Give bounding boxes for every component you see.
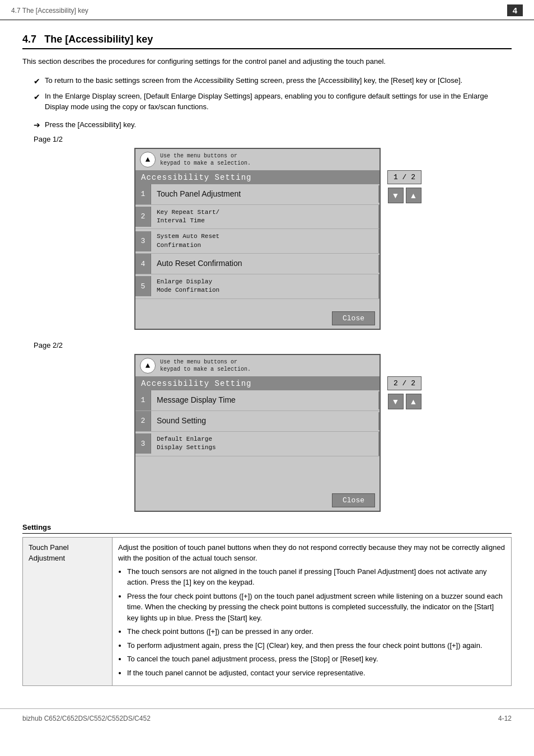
bullet-list: ✔ To return to the basic settings screen… (34, 75, 512, 113)
screen1-arrow-down[interactable]: ▼ (388, 188, 404, 203)
screen2-row3-num: 3 (135, 433, 151, 454)
settings-bullet-2: Press the four check point buttons ([+])… (127, 591, 505, 624)
screen1-wrapper: ▲ Use the menu buttons or keypad to make… (134, 148, 512, 330)
footer-model: bizhub C652/C652DS/C552/C552DS/C452 (22, 715, 151, 722)
settings-title: Settings (22, 523, 512, 534)
chapter-number: 4 (507, 4, 523, 16)
settings-section: Settings Touch Panel Adjustment Adjust t… (22, 523, 512, 687)
screen2-row3-label: Default EnlargeDisplay Settings (151, 432, 380, 456)
screen2-row2-label: Sound Setting (151, 412, 380, 430)
settings-bullet-5: To cancel the touch panel adjustment pro… (127, 654, 505, 665)
screen2-nav-arrows: ▼ ▲ (388, 394, 421, 409)
screen2-wrapper: ▲ Use the menu buttons or keypad to make… (134, 354, 512, 512)
screen1-title: Accessibility Setting (135, 171, 380, 184)
screen1-row2-label: Key Repeat Start/Interval Time (151, 205, 380, 229)
screen1-container: ▲ Use the menu buttons or keypad to make… (134, 148, 512, 330)
settings-bullet-3: The check point buttons ([+]) can be pre… (127, 626, 505, 637)
screen1-topbar: ▲ Use the menu buttons or keypad to make… (135, 149, 380, 171)
arrow-icon: ➔ (34, 120, 40, 129)
page-header: 4.7 The [Accessibility] key 4 (0, 0, 534, 20)
screen2-box: ▲ Use the menu buttons or keypad to make… (134, 354, 381, 512)
settings-table: Touch Panel Adjustment Adjust the positi… (22, 537, 512, 687)
settings-bullet-6: If the touch panel cannot be adjusted, c… (127, 668, 505, 679)
screen1-body: 1 Touch Panel Adjustment 2 Key Repeat St… (135, 184, 380, 329)
bullet-item-1: ✔ To return to the basic settings screen… (34, 75, 512, 87)
page-2-label: Page 2/2 (34, 341, 512, 349)
screen1-row3-num: 3 (135, 231, 151, 251)
screen2-hint: Use the menu buttons or keypad to make a… (160, 358, 251, 373)
settings-row-content: Adjust the position of touch panel butto… (113, 537, 512, 686)
settings-bullet-list: The touch sensors are not aligned in the… (127, 566, 505, 679)
arrow-instruction: ➔ Press the [Accessibility] key. (34, 120, 512, 129)
screen2-page-num: 2 / 2 (387, 376, 421, 390)
settings-row-label: Touch Panel Adjustment (23, 537, 113, 686)
screen2-row1-label: Message Display Time (151, 391, 380, 409)
screen1-box: ▲ Use the menu buttons or keypad to make… (134, 148, 381, 330)
screen1-hint: Use the menu buttons or keypad to make a… (160, 152, 251, 167)
arrow-instruction-text: Press the [Accessibility] key. (45, 120, 136, 129)
screen1-row4-label: Auto Reset Confirmation (151, 255, 380, 273)
screen2-row-2: 2 Sound Setting (135, 411, 380, 432)
screen1-nav-arrows: ▼ ▲ (388, 188, 421, 203)
screen1-row5-num: 5 (135, 276, 151, 296)
screen1-row-4: 4 Auto Reset Confirmation (135, 254, 380, 274)
section-number: 4.7 (22, 34, 36, 45)
checkmark-icon-2: ✔ (34, 91, 40, 103)
screen2-close-button[interactable]: Close (332, 493, 375, 507)
screen2-arrow-up[interactable]: ▲ (406, 394, 421, 409)
screen1-row-1: 1 Touch Panel Adjustment (135, 184, 380, 205)
screen1-icon: ▲ (140, 152, 156, 167)
screen2-row-1: 1 Message Display Time (135, 390, 380, 411)
screen1-row3-label: System Auto ResetConfirmation (151, 229, 380, 253)
section-title: 4.7 The [Accessibility] key (22, 31, 512, 49)
settings-bullet-1: The touch sensors are not aligned in the… (127, 566, 505, 588)
screen1-close-button[interactable]: Close (332, 311, 375, 325)
screen1-page-num: 1 / 2 (387, 170, 421, 184)
screen2-title: Accessibility Setting (135, 377, 380, 390)
screen2-topbar: ▲ Use the menu buttons or keypad to make… (135, 355, 380, 377)
bullet-text-2: In the Enlarge Display screen, [Default … (45, 91, 512, 113)
settings-row-touch-panel: Touch Panel Adjustment Adjust the positi… (23, 537, 512, 686)
screen2-close-bar: Close (135, 490, 380, 511)
page-1-label: Page 1/2 (34, 135, 512, 143)
header-section-label: 4.7 The [Accessibility] key (11, 7, 88, 15)
screen2-row-3: 3 Default EnlargeDisplay Settings (135, 432, 380, 456)
main-content: 4.7 The [Accessibility] key This section… (0, 20, 534, 697)
page-footer: bizhub C652/C652DS/C552/C552DS/C452 4-12 (0, 708, 534, 728)
screen1-arrow-up[interactable]: ▲ (406, 188, 421, 203)
screen1-close-bar: Close (135, 308, 380, 329)
bullet-text-1: To return to the basic settings screen f… (45, 75, 462, 86)
screen2-side: 2 / 2 ▼ ▲ (387, 354, 421, 409)
screen2-row1-num: 1 (135, 390, 151, 410)
intro-paragraph: This section describes the procedures fo… (22, 56, 512, 67)
screen1-row2-num: 2 (135, 207, 151, 227)
footer-page-num: 4-12 (498, 715, 512, 722)
screen2-row2-num: 2 (135, 411, 151, 431)
screen1-row-2: 2 Key Repeat Start/Interval Time (135, 205, 380, 230)
bullet-item-2: ✔ In the Enlarge Display screen, [Defaul… (34, 91, 512, 113)
screen2-container: ▲ Use the menu buttons or keypad to make… (134, 354, 512, 512)
screen2-arrow-down[interactable]: ▼ (388, 394, 404, 409)
screen1-row4-num: 4 (135, 254, 151, 274)
screen1-side: 1 / 2 ▼ ▲ (387, 148, 421, 203)
screen1-row5-label: Enlarge DisplayMode Confirmation (151, 274, 380, 298)
section-heading: The [Accessibility] key (44, 34, 153, 45)
screen1-row1-label: Touch Panel Adjustment (151, 185, 380, 203)
screen2-icon: ▲ (140, 358, 156, 374)
screen1-row-5: 5 Enlarge DisplayMode Confirmation (135, 274, 380, 299)
screen2-body: 1 Message Display Time 2 Sound Setting 3… (135, 390, 380, 511)
screen1-row-3: 3 System Auto ResetConfirmation (135, 229, 380, 254)
checkmark-icon-1: ✔ (34, 76, 40, 87)
screen1-row1-num: 1 (135, 184, 151, 204)
settings-bullet-4: To perform adjustment again, press the [… (127, 640, 505, 651)
